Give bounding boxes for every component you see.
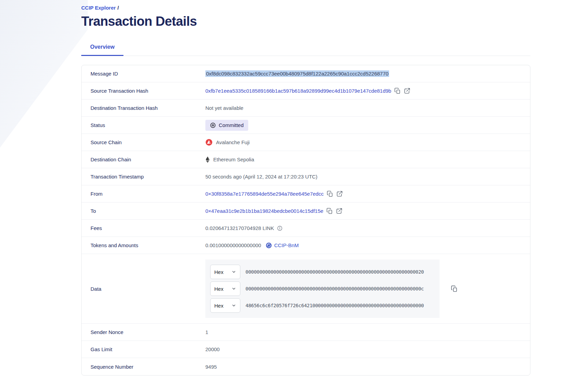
source-tx-hash-label: Source Transaction Hash: [82, 88, 205, 94]
dest-tx-hash-value: Not yet available: [205, 105, 243, 111]
sequence-number-label: Sequence Number: [82, 364, 205, 370]
breadcrumb-ccip-explorer-link[interactable]: CCIP Explorer: [81, 5, 116, 11]
status-badge: Committed: [205, 120, 248, 131]
row-transaction-timestamp: Transaction Timestamp 50 seconds ago (Ap…: [82, 168, 530, 185]
background-gradient: [0, 0, 88, 148]
data-format-select-value: Hex: [214, 286, 224, 292]
data-hex-word: 0000000000000000000000000000000000000000…: [245, 269, 424, 275]
external-link-icon[interactable]: [336, 191, 343, 197]
to-address-link[interactable]: 0×47eaa31c9e2b1b1ba19824bedcbe0014c15df1…: [205, 208, 323, 214]
data-hex-panel: Hex 000000000000000000000000000000000000…: [205, 260, 440, 318]
row-sequence-number: Sequence Number 9495: [82, 358, 530, 375]
row-data: Data Hex 0000000000000000000000000000000…: [82, 254, 530, 324]
chevron-down-icon: [231, 303, 236, 308]
fees-value: 0.020647132170704928 LINK: [205, 225, 274, 231]
fees-label: Fees: [82, 225, 205, 231]
avalanche-icon: [205, 139, 213, 146]
row-message-id: Message ID 0xf8dc098c832332ac59ccc73ee00…: [82, 65, 530, 82]
row-source-transaction-hash: Source Transaction Hash 0xfb7e1eea5335c0…: [82, 82, 530, 100]
breadcrumb: CCIP Explorer/: [81, 0, 530, 11]
row-destination-transaction-hash: Destination Transaction Hash Not yet ava…: [82, 100, 530, 117]
timestamp-label: Transaction Timestamp: [82, 174, 205, 180]
timestamp-value: 50 seconds ago (April 12, 2024 at 17:20:…: [205, 174, 317, 180]
row-sender-nonce: Sender Nonce 1: [82, 324, 530, 341]
data-format-select[interactable]: Hex: [210, 265, 240, 279]
row-fees: Fees 0.020647132170704928 LINK: [82, 220, 530, 237]
status-badge-text: Committed: [219, 122, 244, 128]
sender-nonce-value: 1: [205, 329, 208, 335]
row-status: Status Committed: [82, 117, 530, 134]
data-hex-line: Hex 000000000000000000000000000000000000…: [210, 281, 435, 296]
data-format-select-value: Hex: [214, 269, 224, 275]
chevron-down-icon: [231, 269, 236, 274]
sender-nonce-label: Sender Nonce: [82, 329, 205, 335]
row-tokens-and-amounts: Tokens and Amounts 0.001000000000000000 …: [82, 237, 530, 254]
breadcrumb-separator: /: [118, 5, 119, 11]
ccip-bnm-token-icon: [266, 242, 272, 249]
message-id-label: Message ID: [82, 71, 205, 77]
dest-chain-value: Ethereum Sepolia: [213, 157, 254, 162]
row-gas-limit: Gas Limit 20000: [82, 341, 530, 358]
external-link-icon[interactable]: [336, 208, 343, 214]
data-format-select[interactable]: Hex: [210, 281, 240, 296]
chevron-down-icon: [231, 286, 236, 291]
data-format-select-value: Hex: [214, 303, 224, 309]
row-to: To 0×47eaa31c9e2b1b1ba19824bedcbe0014c15…: [82, 203, 530, 220]
row-source-chain: Source Chain Avalanche Fuji: [82, 134, 530, 151]
data-hex-word: 0000000000000000000000000000000000000000…: [245, 286, 424, 291]
tab-bar: Overview: [81, 40, 530, 56]
status-label: Status: [82, 122, 205, 128]
data-hex-word: 48656c6c6f20576f726c64210000000000000000…: [245, 303, 424, 308]
source-chain-label: Source Chain: [82, 139, 205, 145]
dest-tx-hash-label: Destination Transaction Hash: [82, 105, 205, 111]
row-from: From 0×30f8358a7e17765894de55e294a78ee64…: [82, 185, 530, 203]
transaction-details-card: Message ID 0xf8dc098c832332ac59ccc73ee00…: [81, 65, 530, 376]
copy-icon[interactable]: [394, 88, 401, 94]
tab-overview[interactable]: Overview: [81, 40, 123, 56]
copy-icon[interactable]: [326, 208, 333, 214]
info-icon[interactable]: [277, 226, 283, 231]
main-content: CCIP Explorer/ Transaction Details Overv…: [81, 0, 530, 376]
data-format-select[interactable]: Hex: [210, 298, 240, 313]
data-hex-line: Hex 48656c6c6f20576f726c6421000000000000…: [210, 298, 435, 313]
ethereum-icon: [205, 156, 210, 163]
source-chain-value: Avalanche Fuji: [216, 139, 250, 145]
commit-status-icon: [210, 122, 216, 128]
from-address-link[interactable]: 0×30f8358a7e17765894de55e294a78ee645e7ed…: [205, 191, 324, 197]
external-link-icon[interactable]: [404, 88, 410, 94]
gas-limit-value: 20000: [205, 346, 220, 352]
source-tx-hash-link[interactable]: 0xfb7e1eea5335c018589166b1ac597b618a9289…: [205, 88, 391, 94]
dest-chain-label: Destination Chain: [82, 157, 205, 162]
from-label: From: [82, 191, 205, 197]
copy-icon[interactable]: [451, 285, 458, 292]
tokens-label: Tokens and Amounts: [82, 242, 205, 248]
sequence-number-value: 9495: [205, 364, 217, 370]
gas-limit-label: Gas Limit: [82, 346, 205, 352]
token-amount-value: 0.001000000000000000: [205, 242, 261, 248]
page-title: Transaction Details: [81, 14, 530, 29]
message-id-value: 0xf8dc098c832332ac59ccc73ee00b480975d8f1…: [205, 70, 389, 77]
data-label: Data: [82, 286, 205, 292]
row-destination-chain: Destination Chain Ethereum Sepolia: [82, 151, 530, 168]
to-label: To: [82, 208, 205, 214]
data-hex-line: Hex 000000000000000000000000000000000000…: [210, 265, 435, 279]
token-ccip-bnm-link[interactable]: CCIP-BnM: [274, 242, 299, 248]
copy-icon[interactable]: [327, 191, 333, 197]
